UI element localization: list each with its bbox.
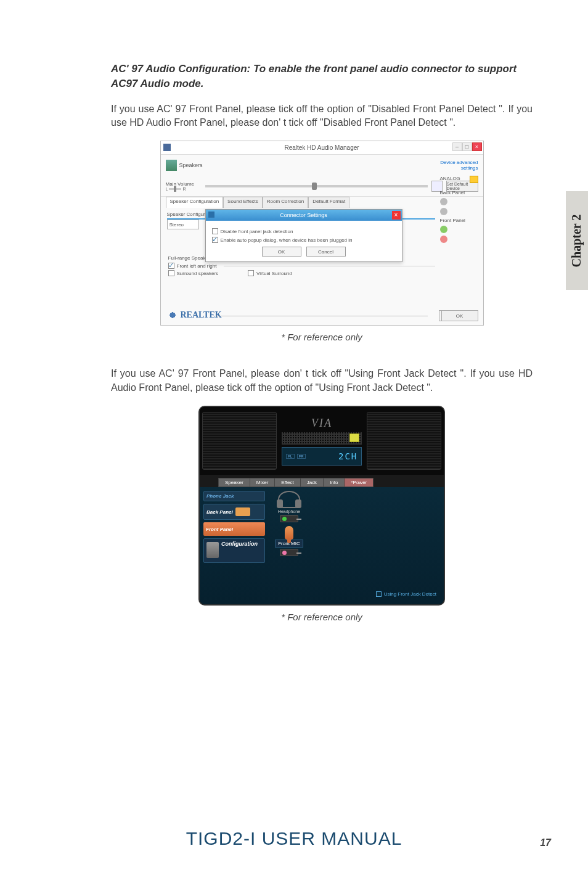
speakers-icon <box>166 160 177 171</box>
via-tab-jack[interactable]: Jack <box>300 478 324 487</box>
using-front-jack-label: Using Front Jack Detect <box>384 591 436 597</box>
phone-jack-label: Phone Jack <box>206 493 234 499</box>
jack-gray[interactable] <box>440 198 447 205</box>
enable-auto-popup-label: Enable auto popup dialog, when device ha… <box>221 237 353 243</box>
headphone-jack[interactable] <box>280 515 298 522</box>
via-screenshot: VIA FL FR 2CH Speaker Mixer Effect Jack … <box>198 406 445 606</box>
enable-auto-popup-checkbox[interactable] <box>212 237 218 243</box>
virtual-surround-label: Virtual Surround <box>256 271 292 276</box>
dialog-ok-button[interactable]: OK <box>262 247 301 257</box>
headphone-device[interactable]: Headphone <box>269 491 309 522</box>
via-tab-effect[interactable]: Effect <box>274 478 300 487</box>
connector-settings-title: Connector Settings <box>280 212 327 218</box>
via-fr: FR <box>297 454 306 459</box>
maximize-button[interactable]: □ <box>462 142 472 151</box>
via-logo: VIA <box>311 417 332 430</box>
via-toggle-icon[interactable] <box>349 433 359 442</box>
front-panel-button[interactable]: Front Panel <box>203 522 265 536</box>
via-right-grille <box>367 412 441 470</box>
via-channels: 2CH <box>338 451 357 461</box>
realtek-screenshot: Realtek HD Audio Manager – □ × Speakers … <box>160 141 484 326</box>
balance-left: L <box>166 187 168 191</box>
back-panel-label: Back Panel <box>206 509 233 515</box>
via-front-panel-label: Front Panel <box>206 527 233 532</box>
balance-right: R <box>182 187 186 191</box>
via-equalizer <box>282 432 362 445</box>
via-tab-mixer[interactable]: Mixer <box>250 478 276 487</box>
back-panel-button[interactable]: Back Panel <box>203 504 265 520</box>
via-fl: FL <box>286 454 295 459</box>
speaker-icon <box>163 144 171 151</box>
tower-icon <box>206 542 219 558</box>
via-lcd: FL FR 2CH <box>282 447 362 466</box>
minimize-button[interactable]: – <box>452 142 462 151</box>
realtek-logo-icon <box>167 311 178 319</box>
using-front-jack-checkbox[interactable] <box>376 591 382 597</box>
realtek-brand: REALTEK <box>167 310 222 320</box>
caption-1: * For reference only <box>111 332 533 342</box>
paragraph-1: If you use AC' 97 Front Panel, please ti… <box>111 102 533 130</box>
tab-room-correction[interactable]: Room Correction <box>263 197 308 208</box>
disable-front-panel-label: Disable front panel jack detection <box>221 229 293 234</box>
window-title: Realtek HD Audio Manager <box>284 144 359 151</box>
paragraph-2: If you use AC' 97 Front Panel, please do… <box>111 367 533 395</box>
page-number: 17 <box>540 837 551 848</box>
speakers-tab[interactable]: Speakers <box>179 162 203 168</box>
folder-icon[interactable] <box>470 176 478 183</box>
connector-settings-dialog: Connector Settings × Disable front panel… <box>205 209 402 262</box>
dialog-close-button[interactable]: × <box>392 211 401 220</box>
volume-slider[interactable] <box>205 185 428 187</box>
phone-jack-panel: Phone Jack <box>203 491 265 501</box>
realtek-brand-text: REALTEK <box>181 310 222 320</box>
mic-jack[interactable] <box>280 549 298 556</box>
virtual-surround-checkbox[interactable] <box>248 270 254 276</box>
via-tab-speaker[interactable]: Speaker <box>218 478 250 487</box>
main-ok-button[interactable]: OK <box>441 310 478 321</box>
main-volume-label: Main Volume <box>166 181 202 187</box>
tab-sound-effects[interactable]: Sound Effects <box>223 197 263 208</box>
mic-icon <box>285 526 293 540</box>
caption-2: * For reference only <box>111 612 533 622</box>
close-button[interactable]: × <box>472 142 482 151</box>
back-panel-io-icon <box>235 507 250 516</box>
configuration-label: Configuration <box>221 541 258 547</box>
tab-speaker-configuration[interactable]: Speaker Configuration <box>166 197 224 208</box>
stereo-dropdown[interactable]: Stereo <box>167 220 199 229</box>
footer-title: TIGD2-I USER MANUAL <box>0 828 588 849</box>
disable-front-panel-checkbox[interactable] <box>212 228 218 234</box>
tab-default-format[interactable]: Default Format <box>308 197 349 208</box>
headphone-label: Headphone <box>278 509 300 514</box>
configuration-button[interactable]: Configuration <box>203 538 265 563</box>
front-lr-label: Front left and right <box>177 263 217 269</box>
via-tab-info[interactable]: Info <box>323 478 345 487</box>
speaker-mini-icon <box>208 212 214 218</box>
front-lr-checkbox[interactable] <box>168 263 174 269</box>
dialog-cancel-button[interactable]: Cancel <box>306 247 346 257</box>
via-tab-power[interactable]: *Power <box>344 478 374 487</box>
back-panel-label: Back Panel <box>440 190 478 195</box>
surround-checkbox[interactable] <box>168 270 174 276</box>
window-titlebar: Realtek HD Audio Manager – □ × <box>161 141 483 155</box>
front-mic-device[interactable]: Front MIC <box>269 526 309 556</box>
section-heading: AC' 97 Audio Configuration: To enable th… <box>111 62 533 91</box>
surround-label: Surround speakers <box>177 271 219 276</box>
via-left-grille <box>202 412 277 470</box>
device-advanced-link[interactable]: Device advanced settings <box>435 160 478 171</box>
headphone-icon <box>278 491 300 508</box>
